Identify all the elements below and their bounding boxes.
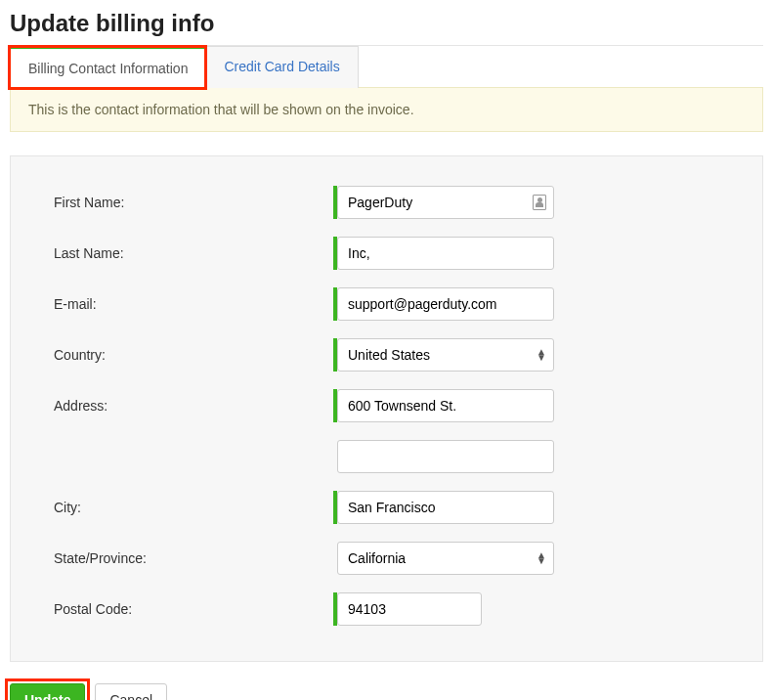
actions-bar: Update Cancel: [10, 683, 763, 700]
city-input[interactable]: [337, 491, 554, 524]
row-email: E-mail:: [54, 287, 723, 321]
email-input[interactable]: [337, 287, 554, 321]
valid-indicator: [333, 338, 337, 372]
row-last-name: Last Name:: [54, 237, 723, 270]
tabs: Billing Contact Information Credit Card …: [10, 46, 763, 88]
first-name-input[interactable]: [337, 186, 554, 219]
address2-input[interactable]: [337, 440, 554, 473]
cancel-button[interactable]: Cancel: [95, 683, 167, 700]
label-state: State/Province:: [54, 550, 337, 566]
info-banner: This is the contact information that wil…: [10, 87, 763, 132]
country-select[interactable]: United States: [337, 338, 554, 372]
row-address: Address:: [54, 389, 723, 422]
valid-indicator: [333, 237, 337, 270]
state-select[interactable]: California: [337, 542, 554, 575]
tab-billing-contact[interactable]: Billing Contact Information: [10, 46, 206, 88]
info-banner-text: This is the contact information that wil…: [28, 102, 414, 117]
valid-indicator: [333, 592, 337, 626]
tab-label: Billing Contact Information: [28, 61, 188, 76]
tab-credit-card[interactable]: Credit Card Details: [206, 46, 358, 88]
postal-input[interactable]: [337, 592, 482, 626]
label-postal: Postal Code:: [54, 601, 337, 617]
address-input[interactable]: [337, 389, 554, 422]
valid-indicator: [333, 389, 337, 422]
row-first-name: First Name:: [54, 186, 723, 219]
label-city: City:: [54, 500, 337, 515]
label-last-name: Last Name:: [54, 245, 337, 261]
valid-indicator: [333, 491, 337, 524]
form-panel: First Name: Last Name: E-mail: Country: …: [10, 155, 763, 662]
last-name-input[interactable]: [337, 237, 554, 270]
row-country: Country: United States ▲▼: [54, 338, 723, 372]
label-country: Country:: [54, 347, 337, 363]
update-button[interactable]: Update: [10, 683, 85, 700]
page-title: Update billing info: [10, 10, 763, 37]
label-address: Address:: [54, 398, 337, 414]
row-state: State/Province: California ▲▼: [54, 542, 723, 575]
label-email: E-mail:: [54, 296, 337, 312]
tab-label: Credit Card Details: [224, 59, 339, 74]
row-address2: [54, 440, 723, 473]
row-postal: Postal Code:: [54, 592, 723, 626]
row-city: City:: [54, 491, 723, 524]
valid-indicator: [333, 186, 337, 219]
valid-indicator: [333, 287, 337, 321]
label-first-name: First Name:: [54, 195, 337, 210]
